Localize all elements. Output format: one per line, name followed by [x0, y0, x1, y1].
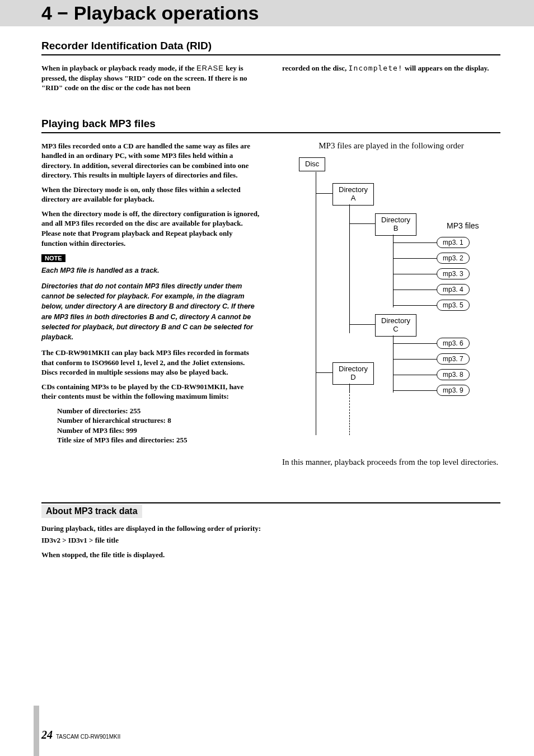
- footer-model: TASCAM CD-RW901MKII: [56, 734, 120, 740]
- paragraph: When the directory mode is off, the dire…: [41, 209, 260, 248]
- diagram-file: mp3. 4: [437, 284, 470, 295]
- limit-item: Number of MP3 files: 999: [57, 426, 260, 436]
- note-text: Directories that do not contain MP3 file…: [41, 281, 260, 342]
- subsection-heading-about: About MP3 track data: [41, 505, 142, 518]
- note-badge: NOTE: [41, 254, 65, 262]
- diagram-file: mp3. 7: [437, 353, 470, 365]
- diagram-disc-box: Disc: [299, 157, 325, 171]
- chapter-header-bar: 4 − Playback operations: [0, 0, 534, 26]
- section-rid: Recorder Identification Data (RID): [41, 40, 500, 55]
- rid-col-right: recorded on the disc, Incomplete! will a…: [282, 63, 500, 97]
- diagram-followup: In this manner, playback proceeds from t…: [282, 456, 500, 468]
- diagram-files-label: MP3 files: [447, 221, 479, 230]
- diagram-dir-b: Directory B: [375, 213, 416, 236]
- limit-item: Title size of MP3 files and directories:…: [57, 435, 260, 445]
- paragraph: The CD-RW901MKII can play back MP3 files…: [41, 348, 260, 377]
- paragraph: MP3 files recorded onto a CD are handled…: [41, 141, 260, 180]
- note-text: Each MP3 file is handled as a track.: [41, 265, 260, 276]
- paragraph: When stopped, the file title is displaye…: [41, 550, 265, 560]
- directory-diagram: Disc Directory A Directory B MP3 files m…: [293, 157, 495, 449]
- diagram-dir-c: Directory C: [375, 314, 416, 337]
- rid-col-left: When in playback or playback ready mode,…: [41, 63, 260, 97]
- diagram-file: mp3. 9: [437, 385, 470, 396]
- divider: [41, 54, 500, 55]
- chapter-title: 4 − Playback operations: [41, 2, 534, 24]
- rid-columns: When in playback or playback ready mode,…: [41, 63, 500, 97]
- page-side-tab: [34, 706, 39, 756]
- limit-item: Number of hierarchical structures: 8: [57, 416, 260, 426]
- paragraph: During playback, titles are displayed in…: [41, 524, 265, 534]
- divider: [41, 502, 500, 503]
- section-heading-mp3: Playing back MP3 files: [41, 118, 500, 131]
- diagram-file: mp3. 6: [437, 338, 470, 349]
- subsection-about: About MP3 track data: [41, 502, 500, 518]
- section-mp3: Playing back MP3 files: [41, 118, 500, 133]
- diagram-file: mp3. 5: [437, 300, 470, 311]
- page-number: 24: [41, 729, 53, 741]
- diagram-file: mp3. 2: [437, 253, 470, 264]
- rid-text-left: When in playback or playback ready mode,…: [41, 63, 260, 93]
- paragraph: When the Directory mode is on, only thos…: [41, 185, 260, 204]
- rid-text-right: recorded on the disc, Incomplete! will a…: [282, 63, 500, 73]
- diagram-file: mp3. 1: [437, 237, 470, 248]
- paragraph: ID3v2 > ID3v1 > file title: [41, 535, 265, 545]
- mp3-col-left: MP3 files recorded onto a CD are handled…: [41, 141, 260, 472]
- divider: [41, 132, 500, 133]
- diagram-file: mp3. 8: [437, 369, 470, 380]
- about-body: During playback, titles are displayed in…: [41, 524, 265, 560]
- mp3-columns: MP3 files recorded onto a CD are handled…: [41, 141, 500, 472]
- page-footer: 24 TASCAM CD-RW901MKII: [41, 729, 120, 741]
- paragraph: CDs containing MP3s to be played by the …: [41, 382, 260, 402]
- limit-item: Number of directories: 255: [57, 406, 260, 416]
- section-heading-rid: Recorder Identification Data (RID): [41, 40, 500, 53]
- limits-list: Number of directories: 255 Number of hie…: [57, 406, 260, 445]
- mp3-col-right: MP3 files are played in the following or…: [282, 141, 500, 472]
- diagram-file: mp3. 3: [437, 268, 470, 279]
- diagram-caption: MP3 files are played in the following or…: [282, 141, 500, 151]
- diagram-dir-d: Directory D: [332, 362, 374, 385]
- diagram-dir-a: Directory A: [332, 183, 374, 206]
